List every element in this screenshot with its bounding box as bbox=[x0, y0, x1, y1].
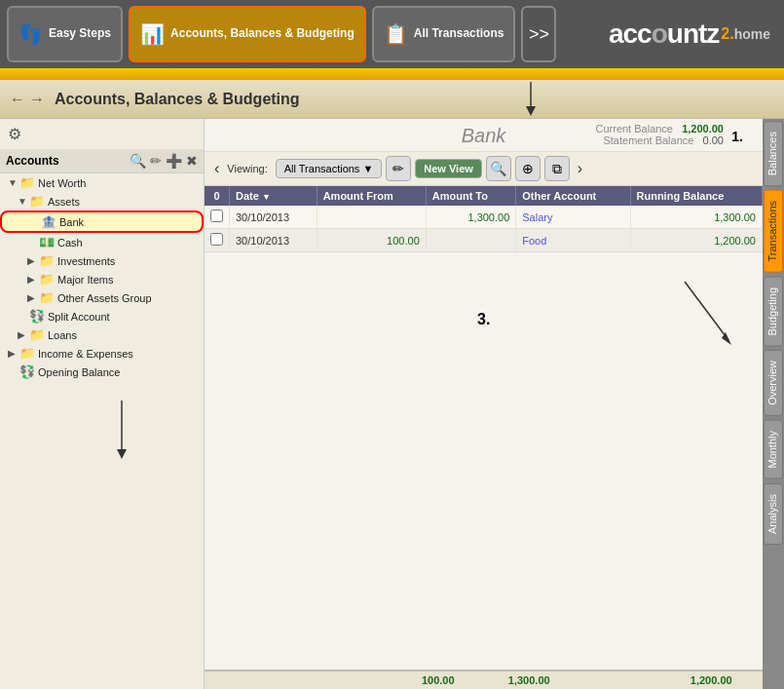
row-amount-to: 1,300.00 bbox=[426, 206, 516, 229]
row-checkbox[interactable] bbox=[205, 206, 230, 229]
sidebar-item-label: Loans bbox=[48, 329, 77, 341]
sidebar-item-major-items[interactable]: ▶ 📁 Major Items bbox=[0, 270, 204, 288]
all-transactions-dropdown[interactable]: All Transactions ▼ bbox=[276, 159, 383, 178]
search-icon: 🔍 bbox=[490, 161, 506, 176]
search-btn[interactable]: 🔍 bbox=[486, 156, 511, 181]
sidebar-item-investments[interactable]: ▶ 📁 Investments bbox=[0, 251, 204, 270]
sidebar-item-label: Investments bbox=[57, 255, 115, 267]
col-amount-to[interactable]: Amount To bbox=[426, 186, 516, 206]
transactions-table-container: 0 Date ▼ Amount From Amount To Other Acc… bbox=[205, 186, 763, 670]
more-btn[interactable]: >> bbox=[521, 6, 556, 62]
sidebar-item-opening-balance[interactable]: 💱 Opening Balance bbox=[0, 363, 204, 381]
sidebar-title: Accounts bbox=[6, 154, 126, 168]
main-content: ⚙ Accounts 🔍 ✏ ➕ ✖ ▼ 📁 Net Worth ▼ 📁 Ass… bbox=[0, 119, 784, 689]
checkbox-2[interactable] bbox=[210, 233, 223, 246]
col-amount-from[interactable]: Amount From bbox=[317, 186, 426, 206]
folder-icon: 📁 bbox=[19, 175, 35, 190]
sidebar-item-loans[interactable]: ▶ 📁 Loans bbox=[0, 325, 204, 344]
tab-budgeting[interactable]: Budgeting bbox=[764, 277, 783, 347]
delete-icon[interactable]: ✖ bbox=[186, 153, 198, 169]
row-other-account: Salary bbox=[516, 206, 630, 229]
gear-icon[interactable]: ⚙ bbox=[8, 126, 21, 142]
list-icon: 📋 bbox=[384, 22, 408, 46]
tab-balances-label: Balances bbox=[766, 132, 778, 175]
logo-2: 2. bbox=[721, 25, 733, 43]
sidebar-item-label: Opening Balance bbox=[38, 366, 120, 378]
col-running-balance[interactable]: Running Balance bbox=[630, 186, 762, 206]
sidebar-item-income-expenses[interactable]: ▶ 📁 Income & Expenses bbox=[0, 344, 204, 363]
app-logo: accountz 2. home bbox=[609, 19, 780, 50]
tab-balances[interactable]: Balances bbox=[764, 121, 783, 186]
forward-arrow[interactable]: → bbox=[29, 91, 45, 108]
back-arrow[interactable]: ← bbox=[10, 91, 25, 108]
row-date: 30/10/2013 bbox=[230, 229, 317, 252]
sidebar-item-net-worth[interactable]: ▼ 📁 Net Worth bbox=[0, 173, 204, 192]
all-transactions-btn[interactable]: 📋 All Transactions bbox=[372, 6, 516, 62]
sidebar-item-bank[interactable]: 🏦 Bank bbox=[0, 211, 204, 233]
sidebar-item-label: Major Items bbox=[57, 274, 113, 286]
expand-icon bbox=[18, 311, 29, 322]
add-icon[interactable]: ➕ bbox=[166, 153, 182, 169]
easy-steps-btn[interactable]: 👣 Easy Steps bbox=[7, 6, 123, 62]
account-icon: 🏦 bbox=[41, 214, 56, 229]
total-other bbox=[575, 674, 666, 686]
sort-icon: ▼ bbox=[262, 192, 271, 202]
col-date[interactable]: Date ▼ bbox=[230, 186, 317, 206]
sidebar-item-label: Income & Expenses bbox=[38, 348, 133, 360]
sidebar-header: Accounts 🔍 ✏ ➕ ✖ bbox=[0, 149, 204, 173]
sidebar-item-assets[interactable]: ▼ 📁 Assets bbox=[0, 192, 204, 211]
sidebar-item-other-assets[interactable]: ▶ 📁 Other Assets Group bbox=[0, 288, 204, 307]
top-nav: 👣 Easy Steps 📊 Accounts, Balances & Budg… bbox=[0, 0, 784, 68]
chart-icon: 📊 bbox=[140, 22, 165, 46]
tab-budgeting-label: Budgeting bbox=[766, 287, 778, 336]
expand-icon: ▼ bbox=[18, 196, 29, 207]
transactions-table: 0 Date ▼ Amount From Amount To Other Acc… bbox=[205, 186, 763, 252]
total-amount-to: 1,300.00 bbox=[484, 674, 576, 686]
new-view-btn[interactable]: New View bbox=[415, 159, 482, 178]
svg-marker-3 bbox=[117, 449, 127, 459]
row-amount-from: 100.00 bbox=[317, 229, 426, 252]
col-checkbox: 0 bbox=[205, 186, 230, 206]
empty-area: 3. bbox=[205, 252, 763, 399]
table-row: 30/10/2013 100.00 Food 1,200.00 bbox=[205, 229, 763, 252]
sidebar-item-split-account[interactable]: 💱 Split Account bbox=[0, 307, 204, 325]
folder-icon: 📁 bbox=[39, 272, 55, 287]
copy-btn[interactable]: ⧉ bbox=[544, 156, 570, 181]
breadcrumb-title: Accounts, Balances & Budgeting bbox=[55, 91, 300, 108]
accounts-balances-btn[interactable]: 📊 Accounts, Balances & Budgeting bbox=[129, 6, 366, 62]
next-btn[interactable]: › bbox=[574, 160, 586, 177]
dropdown-arrow-icon: ▼ bbox=[362, 163, 373, 174]
edit-btn[interactable]: ✏ bbox=[386, 156, 411, 181]
checkbox-1[interactable] bbox=[210, 210, 223, 222]
search-icon[interactable]: 🔍 bbox=[130, 153, 146, 169]
edit-icon[interactable]: ✏ bbox=[150, 153, 162, 169]
current-balance-value: 1,200.00 bbox=[682, 123, 724, 134]
statement-balance-label: Statement Balance bbox=[603, 134, 693, 146]
account-icon: 💱 bbox=[19, 364, 35, 379]
all-transactions-label: All Transactions bbox=[414, 26, 504, 42]
col-other-account[interactable]: Other Account bbox=[516, 186, 630, 206]
row-amount-from bbox=[317, 206, 426, 229]
plus-icon: ⊕ bbox=[522, 161, 534, 176]
tab-monthly-label: Monthly bbox=[766, 431, 778, 469]
tab-monthly[interactable]: Monthly bbox=[764, 420, 783, 479]
sidebar-item-label: Cash bbox=[57, 237, 83, 249]
sidebar-item-label: Bank bbox=[59, 216, 84, 228]
annotation-arrow-1 bbox=[511, 82, 550, 116]
sidebar: ⚙ Accounts 🔍 ✏ ➕ ✖ ▼ 📁 Net Worth ▼ 📁 Ass… bbox=[0, 119, 205, 689]
nav-arrows: ← → bbox=[10, 91, 45, 108]
balance-info: Current Balance 1,200.00 Statement Balan… bbox=[596, 123, 725, 146]
folder-icon: 📁 bbox=[19, 346, 35, 361]
tab-analysis[interactable]: Analysis bbox=[764, 483, 783, 545]
add-btn[interactable]: ⊕ bbox=[515, 156, 541, 181]
tab-overview[interactable]: Overview bbox=[764, 350, 783, 416]
sidebar-item-cash[interactable]: 💵 Cash bbox=[0, 233, 204, 251]
accounts-balances-label: Accounts, Balances & Budgeting bbox=[170, 26, 355, 42]
prev-btn[interactable]: ‹ bbox=[210, 160, 223, 177]
row-checkbox[interactable] bbox=[205, 229, 230, 252]
tab-transactions[interactable]: Transactions bbox=[764, 190, 783, 273]
annotation-arrow-3 bbox=[675, 272, 733, 369]
row-other-account: Food bbox=[516, 229, 630, 252]
folder-icon: 📁 bbox=[29, 327, 45, 342]
expand-icon: ▶ bbox=[8, 348, 19, 359]
